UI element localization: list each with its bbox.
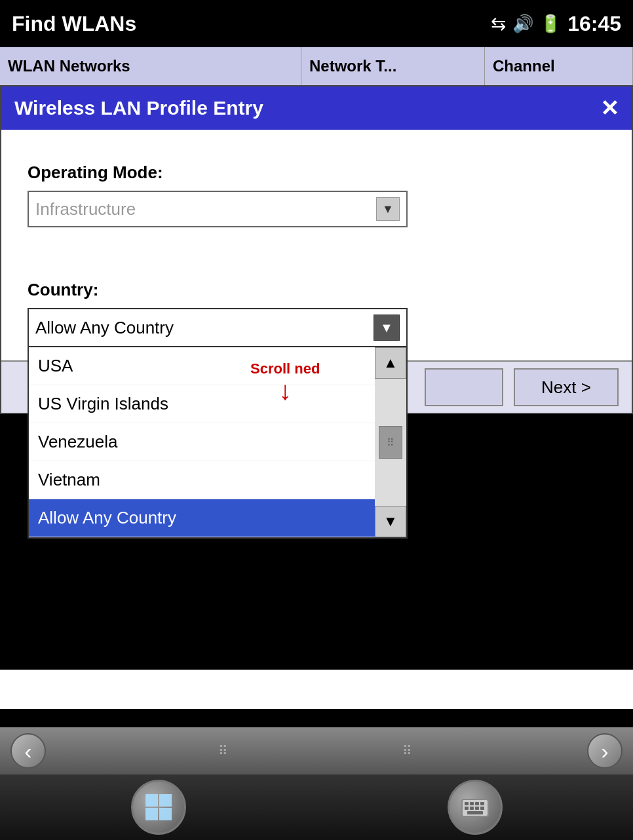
list-item-usa[interactable]: USA [29, 347, 375, 385]
operating-mode-arrow[interactable]: ▼ [376, 197, 400, 221]
country-select[interactable]: Allow Any Country ▼ [28, 308, 408, 347]
svg-rect-13 [467, 811, 483, 814]
svg-rect-0 [145, 794, 158, 807]
start-button[interactable] [131, 780, 186, 835]
scroll-track: ⠿ [375, 379, 406, 506]
battery-icon: 🔋 [540, 14, 561, 34]
table-header: WLAN Networks Network T... Channel [0, 47, 633, 86]
nav-dots-center: ⠿ [402, 743, 415, 759]
profile-entry-dialog: Wireless LAN Profile Entry ✕ Operating M… [0, 85, 633, 414]
nav-back-button[interactable]: ‹ [10, 733, 46, 769]
footer-empty-btn[interactable] [425, 368, 503, 406]
operating-mode-label: Operating Mode: [28, 162, 605, 183]
country-dropdown-arrow[interactable]: ▼ [374, 315, 400, 341]
app-title: Find WLANs [12, 12, 136, 36]
svg-rect-6 [470, 802, 474, 805]
list-item-us-virgin[interactable]: US Virgin Islands [29, 385, 375, 423]
connection-icon: ⇆ [491, 13, 506, 35]
keyboard-icon [459, 792, 491, 823]
svg-rect-8 [480, 802, 484, 805]
country-select-container: Allow Any Country ▼ USA US Virgin Island… [28, 308, 408, 347]
scroll-annotation-text: Scroll ned [250, 360, 320, 377]
clock: 16:45 [567, 12, 621, 36]
windows-icon [143, 792, 174, 823]
svg-rect-11 [475, 807, 479, 810]
col-wlan-networks: WLAN Networks [0, 47, 301, 85]
scroll-down-button[interactable]: ▼ [375, 506, 406, 537]
dialog-title: Wireless LAN Profile Entry [14, 97, 263, 119]
list-item-allow-any[interactable]: Allow Any Country [29, 499, 375, 537]
svg-rect-7 [475, 802, 479, 805]
scroll-annotation-arrow: ↓ [278, 377, 292, 404]
country-list-items: USA US Virgin Islands Venezuela Vietnam … [29, 347, 375, 537]
scroll-annotation: Scroll ned ↓ [250, 360, 320, 404]
volume-icon: 🔊 [512, 14, 533, 34]
next-button[interactable]: Next > [514, 368, 619, 406]
taskbar [0, 774, 633, 840]
operating-mode-value: Infrastructure [35, 199, 136, 220]
svg-rect-3 [159, 808, 172, 820]
country-scrollbar: ▲ ⠿ ▼ [375, 347, 406, 537]
col-network-type: Network T... [301, 47, 485, 85]
country-label: Country: [28, 280, 605, 300]
scroll-thumb[interactable]: ⠿ [379, 426, 402, 459]
country-value: Allow Any Country [35, 318, 174, 338]
svg-rect-12 [480, 807, 484, 810]
svg-rect-1 [159, 794, 172, 807]
scroll-up-button[interactable]: ▲ [375, 347, 406, 379]
forward-arrow-icon: › [601, 738, 608, 764]
nav-forward-button[interactable]: › [587, 733, 623, 769]
svg-rect-9 [465, 807, 469, 810]
svg-rect-10 [470, 807, 474, 810]
nav-dots-left: ⠿ [218, 743, 231, 759]
svg-rect-2 [145, 808, 158, 820]
list-item-vietnam[interactable]: Vietnam [29, 461, 375, 499]
list-item-venezuela[interactable]: Venezuela [29, 423, 375, 461]
country-dropdown-list: USA US Virgin Islands Venezuela Vietnam … [28, 347, 408, 539]
status-bar: Find WLANs ⇆ 🔊 🔋 16:45 [0, 0, 633, 47]
svg-rect-5 [465, 802, 469, 805]
bottom-nav: ‹ ⠿ ⠿ › [0, 727, 633, 774]
keyboard-button[interactable] [448, 780, 503, 835]
dialog-titlebar: Wireless LAN Profile Entry ✕ [1, 86, 632, 130]
status-icons: ⇆ 🔊 🔋 16:45 [491, 12, 621, 36]
close-button[interactable]: ✕ [600, 97, 619, 119]
operating-mode-select[interactable]: Infrastructure ▼ [28, 191, 408, 227]
col-channel: Channel [485, 47, 633, 85]
below-dialog-area [0, 670, 633, 709]
back-arrow-icon: ‹ [24, 738, 31, 764]
dialog-body: Operating Mode: Infrastructure ▼ Country… [1, 130, 632, 360]
